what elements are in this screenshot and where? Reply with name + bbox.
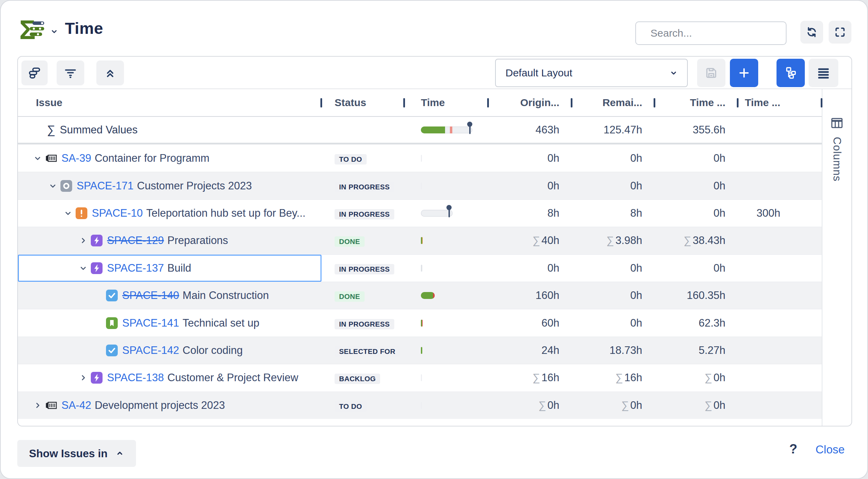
issue-row[interactable]: SPACE-137BuildIN PROGRESS0h0h0h: [18, 254, 822, 282]
bolt-icon: [91, 372, 103, 384]
column-header-7[interactable]: Time ...: [738, 89, 822, 116]
issue-summary: Development projects 2023: [95, 399, 225, 412]
issue-row[interactable]: SA-39Container for ProgrammTO DO0h0h0h: [18, 144, 822, 172]
remaining-value: ∑0h: [572, 399, 655, 412]
container-icon: [45, 153, 57, 163]
expand-chevron-right-icon[interactable]: [79, 236, 88, 245]
issue-key-link[interactable]: SPACE-141: [122, 317, 179, 329]
footer: Show Issues in ? Close: [1, 426, 867, 479]
original-estimate-value: 0h: [488, 180, 572, 192]
tree-view-button[interactable]: [777, 59, 805, 87]
page-title: Time: [65, 19, 103, 38]
column-resize-handle[interactable]: [821, 98, 822, 107]
toolbar: Default Layout: [18, 57, 851, 89]
issue-key-link[interactable]: SPACE-142: [122, 344, 179, 357]
collapse-all-icon: [104, 67, 116, 79]
bolt-icon: [91, 235, 103, 246]
expand-chevron-down-icon[interactable]: [64, 209, 73, 217]
columns-panel-toggle[interactable]: Columns: [822, 89, 851, 426]
progress-pin-marker[interactable]: [446, 205, 452, 210]
time-spent-value: 5.27h: [655, 344, 738, 357]
issue-key-link[interactable]: SA-39: [61, 152, 91, 165]
issue-key-link[interactable]: SPACE-140: [122, 289, 179, 302]
expand-chevron-down-icon[interactable]: [33, 154, 42, 162]
issue-key-link[interactable]: SPACE-171: [77, 180, 134, 192]
issue-row[interactable]: SPACE-140Main ConstructionDONE160h0h160.…: [18, 282, 822, 309]
issue-row[interactable]: SPACE-129PreparationsDONE∑40h∑3.98h∑38.4…: [18, 227, 822, 254]
close-link[interactable]: Close: [816, 443, 845, 456]
layout-select[interactable]: Default Layout: [495, 59, 688, 87]
column-header-4[interactable]: Origin...: [488, 89, 572, 116]
time-spent-value: 0h: [655, 207, 738, 219]
column-header-2[interactable]: Status: [321, 89, 404, 116]
issue-row[interactable]: SA-42Development projects 2023TO DO∑0h∑0…: [18, 392, 822, 419]
add-button[interactable]: [730, 59, 758, 87]
tree-icon: [784, 66, 797, 79]
refresh-icon: [806, 26, 818, 38]
issue-row[interactable]: SPACE-171Customer Projects 2023IN PROGRE…: [18, 172, 822, 199]
chevron-down-icon: [669, 68, 678, 77]
filter-button[interactable]: [57, 60, 84, 85]
issue-row[interactable]: SPACE-138Customer & Project ReviewBACKLO…: [18, 364, 822, 391]
issue-row[interactable]: SPACE-142Color codingSELECTED FOR24h18.7…: [18, 337, 822, 364]
status-badge: DONE: [335, 236, 365, 247]
app-logo-icon[interactable]: Σ: [19, 16, 46, 44]
issue-key-link[interactable]: SA-42: [61, 399, 91, 412]
fullscreen-icon: [835, 27, 846, 38]
remaining-value: ∑3.98h: [572, 234, 655, 247]
plus-icon: [738, 67, 750, 79]
issue-summary: Customer Projects 2023: [137, 180, 252, 192]
status-badge: TO DO: [335, 154, 367, 165]
filter-icon: [64, 67, 77, 79]
issue-key-link[interactable]: SPACE-138: [107, 372, 164, 384]
expand-chevron-down-icon[interactable]: [79, 264, 88, 272]
title-dropdown-chevron-down-icon[interactable]: [50, 27, 59, 37]
time-4-value: 300h: [738, 207, 822, 219]
search-input[interactable]: [644, 27, 791, 39]
original-estimate-value: 0h: [488, 152, 572, 165]
issue-row[interactable]: SPACE-10Teleportation hub set up for Bey…: [18, 199, 822, 227]
refresh-button[interactable]: [800, 21, 823, 44]
search-box[interactable]: [635, 21, 787, 45]
summed-original-estimate: 463h: [488, 124, 572, 136]
show-issues-in-button[interactable]: Show Issues in: [17, 440, 136, 467]
issue-key-link[interactable]: SPACE-129: [107, 234, 164, 247]
column-header-3[interactable]: Time: [404, 89, 488, 116]
progress-tick: [421, 155, 422, 162]
remaining-value: ∑16h: [572, 372, 655, 384]
columns-panel-label: Columns: [831, 137, 843, 181]
timeline-bars-icon: [28, 67, 41, 79]
progress-tick: [421, 237, 423, 244]
status-badge: DONE: [335, 291, 365, 302]
issue-summary: Teleportation hub set up for Bey...: [146, 207, 306, 219]
progress-tick: [421, 402, 422, 409]
issue-summary: Preparations: [167, 234, 228, 247]
expand-chevron-right-icon[interactable]: [79, 374, 88, 382]
save-icon: [705, 66, 718, 79]
issue-summary: Technical set up: [183, 317, 259, 329]
issue-key-link[interactable]: SPACE-137: [107, 262, 164, 274]
status-badge: BACKLOG: [335, 374, 380, 384]
progress-tick: [421, 320, 423, 327]
fullscreen-button[interactable]: [829, 21, 851, 44]
help-button[interactable]: ?: [789, 442, 797, 457]
status-badge: IN PROGRESS: [335, 319, 394, 329]
save-layout-button[interactable]: [697, 59, 725, 87]
issue-key-link[interactable]: SPACE-10: [92, 207, 143, 219]
list-menu-button[interactable]: [809, 59, 838, 87]
column-header-1[interactable]: Issue: [18, 89, 321, 116]
original-estimate-value: 160h: [488, 289, 572, 302]
bookmark-icon: [106, 317, 118, 329]
collapse-all-button[interactable]: [96, 60, 124, 85]
time-spent-value: ∑0h: [655, 399, 738, 412]
column-header-6[interactable]: Time ...: [655, 89, 738, 116]
time-spent-value: 0h: [655, 180, 738, 192]
issue-row[interactable]: SPACE-141Technical set upIN PROGRESS60h0…: [18, 309, 822, 336]
expand-chevron-right-icon[interactable]: [33, 401, 42, 410]
remaining-value: 0h: [572, 317, 655, 329]
timeline-view-button[interactable]: [21, 60, 48, 85]
expand-chevron-down-icon[interactable]: [48, 182, 57, 190]
progress-pin-marker[interactable]: [467, 122, 472, 127]
content-box: Default Layout IssueStatusTimeOrigin...R…: [17, 56, 852, 426]
column-header-5[interactable]: Remai...: [572, 89, 655, 116]
